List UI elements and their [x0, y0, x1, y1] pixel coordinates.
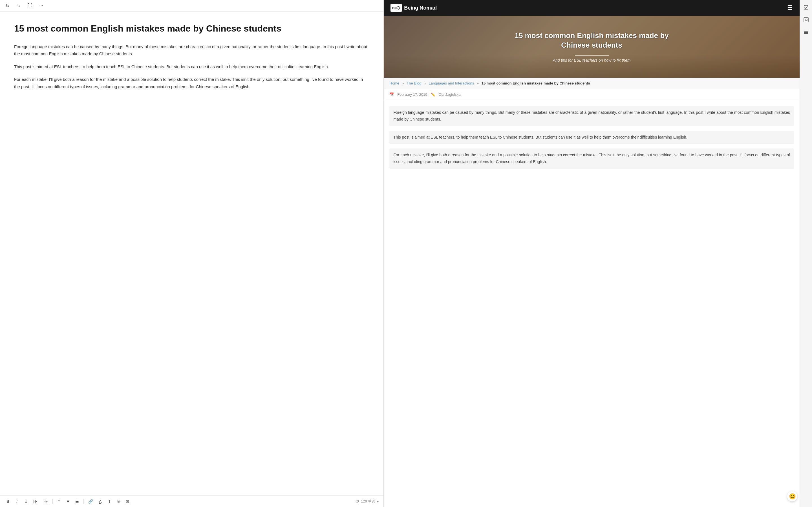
- toolbar-separator-1: [52, 499, 53, 504]
- breadcrumb-sep-2: »: [424, 81, 426, 86]
- post-date: February 17, 2019: [397, 93, 427, 97]
- post-content: Foreign language mistakes can be caused …: [384, 100, 800, 179]
- breadcrumb: Home » The Blog » Languages and Interact…: [384, 78, 800, 89]
- link-button[interactable]: 🔗: [87, 498, 95, 505]
- hero-subtitle: And tips for ESL teachers on how to fix …: [553, 58, 631, 62]
- editor-paragraph-3: For each mistake, I'll give both a reaso…: [14, 76, 369, 90]
- breadcrumb-sep-3: »: [477, 81, 479, 86]
- quote-button[interactable]: “: [56, 498, 62, 505]
- svg-text:</>: </>: [804, 18, 809, 21]
- ordered-list-button[interactable]: ≡: [64, 498, 71, 505]
- refresh-icon[interactable]: ↻: [4, 3, 10, 8]
- editor-panel: ↻ ⤷ ⛶ ··· 15 most common English mistake…: [0, 0, 384, 507]
- heading1-button[interactable]: H₁: [32, 498, 40, 505]
- text-color-button[interactable]: A̲: [97, 498, 104, 505]
- word-count-arrow[interactable]: ▾: [377, 499, 379, 504]
- italic-button[interactable]: I: [13, 498, 20, 505]
- post-paragraph-3: For each mistake, I'll give both a reaso…: [389, 149, 794, 169]
- editor-paragraph-2: This post is aimed at ESL teachers, to h…: [14, 63, 369, 70]
- svg-rect-8: [804, 32, 808, 33]
- text-button[interactable]: T: [106, 498, 113, 505]
- word-count-value: 129 单词: [361, 499, 375, 504]
- post-paragraph-2: This post is aimed at ESL teachers, to h…: [389, 131, 794, 144]
- clock-icon: ⏱: [356, 499, 359, 504]
- svg-text:BN: BN: [392, 6, 397, 10]
- logo-icon: BN: [391, 4, 402, 12]
- post-meta: 📅 February 17, 2019 ✏️ Ola Jagielska: [384, 89, 800, 100]
- svg-rect-9: [804, 33, 808, 34]
- breadcrumb-category[interactable]: Languages and Interactions: [429, 81, 474, 86]
- right-sidebar: </>: [800, 0, 812, 507]
- site-header: BN Being Nomad ☰: [384, 0, 800, 16]
- hero-section: 15 most common English mistakes made by …: [384, 16, 800, 78]
- bold-button[interactable]: B: [4, 498, 11, 505]
- svg-rect-7: [804, 31, 808, 32]
- editor-content[interactable]: 15 most common English mistakes made by …: [0, 11, 384, 496]
- site-logo: BN Being Nomad: [391, 4, 437, 12]
- word-count: ⏱ 129 单词 ▾: [356, 499, 379, 504]
- code-icon-button[interactable]: </>: [802, 15, 811, 24]
- site-logo-text: Being Nomad: [404, 5, 437, 11]
- post-paragraph-1: Foreign language mistakes can be caused …: [389, 106, 794, 126]
- post-author: Ola Jagielska: [439, 93, 461, 97]
- image-button[interactable]: ⊡: [124, 498, 131, 505]
- breadcrumb-blog[interactable]: The Blog: [407, 81, 421, 86]
- strikethrough-button[interactable]: S̶: [115, 498, 122, 505]
- share-icon[interactable]: ⤷: [16, 3, 21, 8]
- editor-paragraph-1: Foreign language mistakes can be caused …: [14, 43, 369, 57]
- underline-button[interactable]: U: [22, 498, 29, 505]
- more-icon[interactable]: ···: [38, 3, 44, 8]
- check-icon-button[interactable]: [802, 3, 811, 12]
- calendar-icon: 📅: [389, 93, 394, 97]
- breadcrumb-sep-1: »: [402, 81, 404, 86]
- browser-preview-panel: BN Being Nomad ☰ 15 most common English …: [384, 0, 800, 507]
- author-icon: ✏️: [431, 93, 435, 97]
- hero-divider: [575, 55, 609, 56]
- editor-title: 15 most common English mistakes made by …: [14, 23, 369, 35]
- unordered-list-button[interactable]: ☰: [73, 498, 81, 505]
- editor-toolbar-bottom: B I U H₁ H₂ “ ≡ ☰ 🔗 A̲ T S̶ ⊡ ⏱ 129 单词 ▾: [0, 496, 384, 507]
- hamburger-menu[interactable]: ☰: [787, 4, 793, 11]
- breadcrumb-current: 15 most common English mistakes made by …: [481, 81, 590, 86]
- toolbar-separator-2: [84, 499, 84, 504]
- breadcrumb-home[interactable]: Home: [389, 81, 399, 86]
- floating-emoji-button[interactable]: 😊: [787, 491, 797, 501]
- editor-toolbar-top: ↻ ⤷ ⛶ ···: [0, 0, 384, 11]
- expand-icon[interactable]: ⛶: [27, 3, 33, 8]
- hero-title: 15 most common English mistakes made by …: [507, 31, 676, 50]
- heading2-button[interactable]: H₂: [42, 498, 50, 505]
- stack-icon-button[interactable]: [802, 27, 811, 37]
